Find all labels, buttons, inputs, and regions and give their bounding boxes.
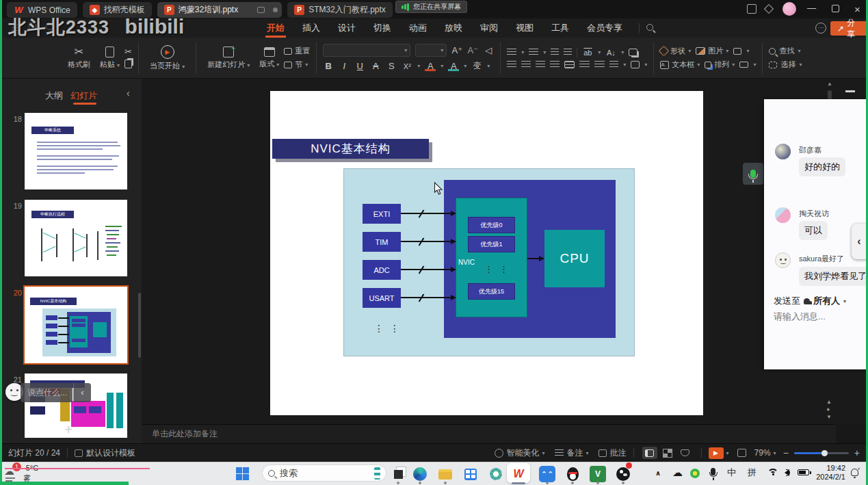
highlight-color-button[interactable]: A: [448, 61, 459, 71]
meeting-app-icon[interactable]: ⌃⌃: [539, 466, 555, 482]
volume-icon[interactable]: [785, 469, 789, 476]
slide-title-banner[interactable]: NVIC基本结构: [272, 139, 429, 159]
wps-office-icon[interactable]: W: [510, 466, 527, 482]
menu-member[interactable]: 会员专享: [586, 18, 624, 38]
add-slide-button[interactable]: +: [64, 421, 73, 438]
increase-font-icon[interactable]: A⁺: [451, 45, 462, 55]
slideshow-play-button[interactable]: ▶: [709, 447, 724, 459]
task-view-icon[interactable]: [390, 466, 406, 482]
increase-indent-icon[interactable]: [564, 49, 572, 56]
font-size-select[interactable]: ▾: [415, 44, 447, 57]
next-slide-button[interactable]: ▼: [826, 414, 832, 420]
slide-editor-area[interactable]: NVIC基本结构 优先级0 优先级1 ⋮⋮ 优先级15 NVIC CPU EXT…: [142, 79, 868, 424]
underline-button[interactable]: U: [354, 61, 365, 71]
menu-slideshow[interactable]: 放映: [443, 18, 464, 38]
shadow-button[interactable]: S: [386, 61, 397, 71]
bullet-list-icon[interactable]: [507, 49, 516, 56]
zoom-out-button[interactable]: −: [783, 447, 789, 458]
shapes-button[interactable]: 形状 ▾: [660, 46, 691, 56]
menu-insert[interactable]: 插入: [301, 18, 321, 38]
decrease-indent-icon[interactable]: [551, 49, 559, 56]
tray-mic-icon[interactable]: [711, 468, 715, 475]
slides-tab[interactable]: 幻灯片: [70, 90, 97, 102]
align-center-icon[interactable]: [521, 61, 531, 68]
taskbar-clock[interactable]: 19:42 2024/2/1: [814, 464, 845, 482]
qq-icon[interactable]: [564, 466, 581, 482]
file-explorer-icon[interactable]: [437, 466, 453, 482]
save-icon[interactable]: [29, 23, 36, 30]
tab-docer[interactable]: ◆ 找稻壳模板: [83, 2, 152, 18]
mic-status-button[interactable]: [743, 163, 763, 185]
decrease-font-icon[interactable]: A⁻: [467, 45, 478, 55]
slide-thumbnail-20-selected[interactable]: NVIC基本结构: [25, 287, 127, 363]
collapse-panel-icon[interactable]: ‹: [127, 88, 130, 99]
reset-button[interactable]: 重置: [284, 46, 310, 56]
new-slide-button[interactable]: + 新建幻灯片 ▾: [202, 47, 254, 70]
play-current-button[interactable]: ▶ 当页开始 ▾: [145, 45, 189, 71]
convert-smartart-icon[interactable]: [629, 49, 637, 56]
battery-icon[interactable]: [798, 469, 809, 475]
strikethrough-button[interactable]: A: [370, 61, 381, 71]
zoom-level[interactable]: 79%: [754, 448, 771, 458]
paragraph-spacing-icon[interactable]: [594, 61, 605, 68]
outline-tab[interactable]: 大纲: [45, 90, 63, 102]
fit-page-button[interactable]: ✦: [826, 406, 831, 413]
settings-gear-icon[interactable]: [488, 466, 504, 482]
taskbar-search-box[interactable]: 搜索: [262, 464, 386, 482]
font-family-select[interactable]: ▾: [323, 44, 410, 57]
distribute-icon[interactable]: [564, 61, 575, 68]
switch-window-icon[interactable]: [747, 4, 757, 14]
text-direction-icon[interactable]: ab: [582, 49, 593, 57]
wifi-icon[interactable]: [767, 469, 778, 475]
fit-window-icon[interactable]: [737, 449, 746, 457]
ime-language-indicator[interactable]: 中: [727, 467, 736, 479]
numbered-list-icon[interactable]: [529, 49, 538, 56]
danmaku-collapse-button[interactable]: ‹: [73, 383, 91, 402]
chat-collapse-tab[interactable]: ‹: [852, 224, 867, 259]
menu-transition[interactable]: 切换: [372, 18, 393, 38]
account-avatar[interactable]: [782, 2, 796, 16]
copy-icon[interactable]: [124, 60, 132, 68]
find-button[interactable]: 查找 ▾: [769, 46, 802, 56]
slide-canvas[interactable]: NVIC基本结构 优先级0 优先级1 ⋮⋮ 优先级15 NVIC CPU EXT…: [270, 91, 703, 415]
picture-button[interactable]: 图片 ▾: [696, 46, 728, 56]
notes-toggle-button[interactable]: 备注: [567, 447, 583, 459]
hamburger-menu-icon[interactable]: ☰: [11, 23, 19, 33]
chat-minimize-button[interactable]: [845, 90, 855, 92]
menu-review[interactable]: 审阅: [479, 18, 499, 38]
nvic-diagram[interactable]: 优先级0 优先级1 ⋮⋮ 优先级15 NVIC CPU EXTI TIM ADC…: [343, 168, 635, 356]
align-justify-icon[interactable]: [550, 61, 560, 68]
layout-button[interactable]: 版式 ▾: [254, 47, 284, 69]
zoom-slider[interactable]: [794, 452, 849, 454]
tab-wps-home[interactable]: W WPS Office: [7, 2, 77, 18]
smart-beautify-button[interactable]: 智能美化: [507, 447, 540, 459]
tray-expand-icon[interactable]: ∧: [655, 469, 661, 477]
align-left-icon[interactable]: [507, 61, 516, 68]
previous-slide-button[interactable]: ▲: [826, 399, 832, 405]
audience-dropdown-icon[interactable]: ▾: [843, 298, 846, 304]
menu-view[interactable]: 视图: [514, 18, 535, 38]
cut-icon[interactable]: ✂︎: [124, 47, 132, 56]
minimize-window-button[interactable]: —: [807, 3, 816, 13]
share-button[interactable]: ↗ 分享: [830, 21, 868, 36]
help-icon[interactable]: ⋯: [815, 23, 826, 34]
clear-format-icon[interactable]: ◁: [483, 45, 494, 55]
scrollbar-up-icon[interactable]: ▲: [827, 81, 832, 87]
chat-message-input[interactable]: [774, 311, 859, 322]
align-right-icon[interactable]: [536, 61, 545, 68]
sidebar-scrollbar[interactable]: [138, 293, 141, 358]
tab-share-screen-icon[interactable]: [257, 7, 265, 13]
menu-animation[interactable]: 动画: [408, 18, 428, 38]
danmaku-input[interactable]: 说点什么...: [21, 383, 73, 402]
paste-button[interactable]: 粘贴 ▾: [95, 47, 124, 70]
tab-hongmeng-pptx[interactable]: P 鸿蒙32培训.pptx: [157, 2, 282, 18]
tab-unsaved-dot-icon[interactable]: [273, 8, 278, 12]
green-app-icon[interactable]: V: [590, 466, 606, 482]
onedrive-cloud-icon[interactable]: ☁: [672, 467, 683, 479]
menu-tools[interactable]: 工具: [550, 18, 570, 38]
zoom-in-button[interactable]: +: [854, 447, 860, 458]
fill-color-icon[interactable]: [733, 48, 741, 55]
slide-size-icon[interactable]: [739, 62, 748, 68]
undo-icon[interactable]: [46, 23, 53, 30]
font-color-button[interactable]: A: [425, 61, 436, 71]
